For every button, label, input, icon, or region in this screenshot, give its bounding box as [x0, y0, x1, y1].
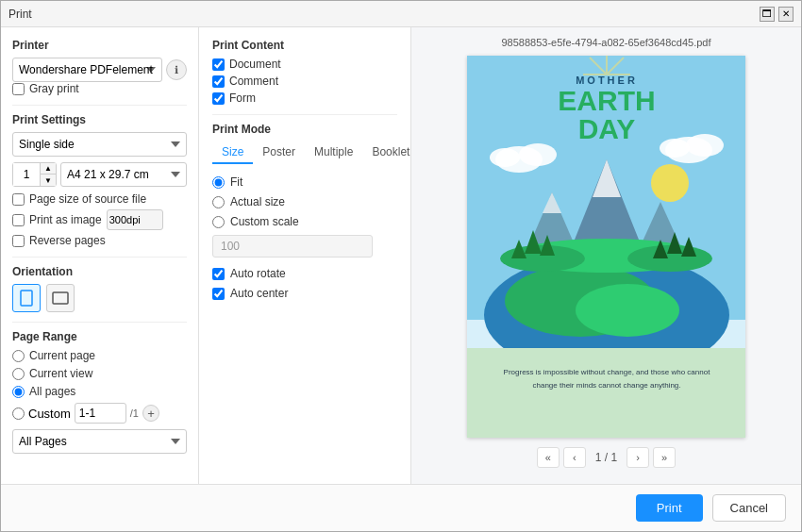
printer-label: Printer: [12, 39, 187, 52]
custom-scale-label: Custom scale: [230, 215, 299, 228]
sides-select[interactable]: Single side: [12, 132, 187, 157]
first-page-button[interactable]: «: [537, 447, 560, 468]
page-size-source-row: Page size of source file: [12, 192, 187, 206]
form-checkbox[interactable]: [212, 92, 225, 105]
landscape-icon: [52, 291, 69, 305]
divider-2: [12, 257, 187, 258]
page-range-label: Page Range: [12, 330, 187, 343]
document-checkbox[interactable]: [212, 58, 225, 71]
landscape-button[interactable]: [46, 284, 75, 312]
custom-scale-radio[interactable]: [212, 216, 225, 228]
minimize-button[interactable]: 🗖: [760, 7, 775, 22]
reverse-pages-checkbox[interactable]: [12, 235, 25, 247]
current-view-row: Current view: [12, 367, 187, 380]
print-content-section: Print Content Document Comment Form: [212, 39, 397, 105]
gray-print-label: Gray print: [29, 82, 79, 95]
form-row: Form: [212, 91, 397, 105]
dpi-select[interactable]: 300dpi: [107, 209, 163, 230]
orientation-label: Orientation: [12, 265, 187, 278]
custom-pages-input[interactable]: 1-1: [75, 403, 126, 424]
last-page-button[interactable]: »: [653, 447, 676, 468]
tab-size[interactable]: Size: [212, 141, 253, 164]
stepper-buttons: ▲ ▼: [40, 163, 56, 186]
printer-select[interactable]: Wondershare PDFelement: [12, 58, 162, 82]
all-pages-label: All pages: [29, 385, 75, 398]
svg-rect-36: [467, 348, 745, 438]
preview-container: MOTHER EARTH DAY: [467, 56, 745, 438]
paper-size-select[interactable]: A4 21 x 29.7 cm: [60, 162, 187, 187]
fit-radio[interactable]: [212, 176, 225, 189]
custom-radio[interactable]: [12, 407, 25, 420]
orientation-buttons: [12, 284, 187, 312]
comment-checkbox[interactable]: [212, 75, 225, 88]
print-mode-tabs: Size Poster Multiple Booklet: [212, 141, 397, 164]
reverse-pages-label: Reverse pages: [29, 234, 106, 247]
dialog-content: Printer Wondershare PDFelement ℹ Gray pr…: [1, 27, 801, 484]
prev-page-button[interactable]: ‹: [563, 447, 586, 468]
cancel-button[interactable]: Cancel: [712, 494, 786, 522]
printer-info-button[interactable]: ℹ: [166, 59, 187, 80]
auto-center-checkbox[interactable]: [212, 288, 225, 300]
auto-rotate-checkbox[interactable]: [212, 268, 225, 280]
printer-section: Printer Wondershare PDFelement ℹ Gray pr…: [12, 39, 187, 95]
scale-input[interactable]: 100: [212, 235, 373, 258]
print-as-image-row: Print as image 300dpi: [12, 209, 187, 230]
svg-point-14: [490, 148, 520, 167]
current-view-radio[interactable]: [12, 368, 25, 380]
gray-print-row: Gray print: [12, 82, 187, 95]
pages-filter-select[interactable]: All Pages: [12, 429, 187, 454]
copies-input[interactable]: [13, 163, 40, 186]
actual-size-option: Actual size: [212, 195, 397, 208]
comment-row: Comment: [212, 75, 397, 88]
title-controls: 🗖 ✕: [760, 7, 794, 22]
title-bar: Print 🗖 ✕: [1, 1, 801, 27]
divider-1: [12, 105, 187, 106]
current-page-radio[interactable]: [12, 350, 25, 362]
custom-scale-option: Custom scale: [212, 215, 397, 228]
close-button[interactable]: ✕: [778, 7, 794, 22]
svg-point-13: [519, 143, 557, 166]
current-page-row: Current page: [12, 349, 187, 362]
current-page-label: Current page: [29, 349, 95, 362]
actual-size-label: Actual size: [230, 195, 285, 208]
portrait-button[interactable]: [12, 284, 41, 312]
copies-down-button[interactable]: ▼: [41, 175, 56, 186]
page-range-section: Page Range Current page Current view All…: [12, 330, 187, 454]
custom-label: Custom: [28, 407, 71, 421]
poster-preview: MOTHER EARTH DAY: [467, 56, 745, 438]
print-mode-label: Print Mode: [212, 123, 397, 136]
bottom-bar: Print Cancel: [1, 484, 801, 531]
tab-poster[interactable]: Poster: [253, 141, 305, 164]
print-mode-section: Print Mode Size Poster Multiple Booklet …: [212, 123, 397, 300]
copies-stepper[interactable]: ▲ ▼: [12, 162, 57, 187]
print-as-image-checkbox[interactable]: [12, 214, 25, 226]
auto-center-label: Auto center: [230, 287, 288, 300]
add-page-button[interactable]: +: [142, 405, 159, 422]
actual-size-radio[interactable]: [212, 196, 225, 208]
svg-rect-1: [53, 292, 68, 304]
print-settings-section: Print Settings Single side ▲ ▼ A4 21 x 2…: [12, 113, 187, 247]
print-button[interactable]: Print: [636, 494, 703, 522]
divider-4: [212, 114, 397, 115]
reverse-pages-row: Reverse pages: [12, 234, 187, 247]
svg-point-16: [686, 134, 724, 157]
orientation-section: Orientation: [12, 265, 187, 312]
svg-text:DAY: DAY: [578, 113, 636, 144]
document-label: Document: [229, 58, 281, 71]
window-title: Print: [8, 8, 32, 21]
svg-text:EARTH: EARTH: [558, 85, 655, 116]
left-panel: Printer Wondershare PDFelement ℹ Gray pr…: [1, 27, 199, 484]
all-pages-radio[interactable]: [12, 386, 25, 398]
gray-print-checkbox[interactable]: [12, 83, 25, 95]
portrait-icon: [20, 290, 33, 307]
copies-up-button[interactable]: ▲: [41, 163, 56, 175]
printer-row: Wondershare PDFelement ℹ: [12, 58, 187, 82]
svg-point-17: [660, 139, 690, 158]
divider-3: [12, 322, 187, 323]
next-page-button[interactable]: ›: [627, 447, 649, 468]
fit-option: Fit: [212, 175, 397, 189]
tab-multiple[interactable]: Multiple: [305, 141, 362, 164]
page-indicator: 1 / 1: [590, 451, 623, 464]
page-size-source-label: Page size of source file: [29, 192, 146, 206]
page-size-source-checkbox[interactable]: [12, 193, 25, 206]
